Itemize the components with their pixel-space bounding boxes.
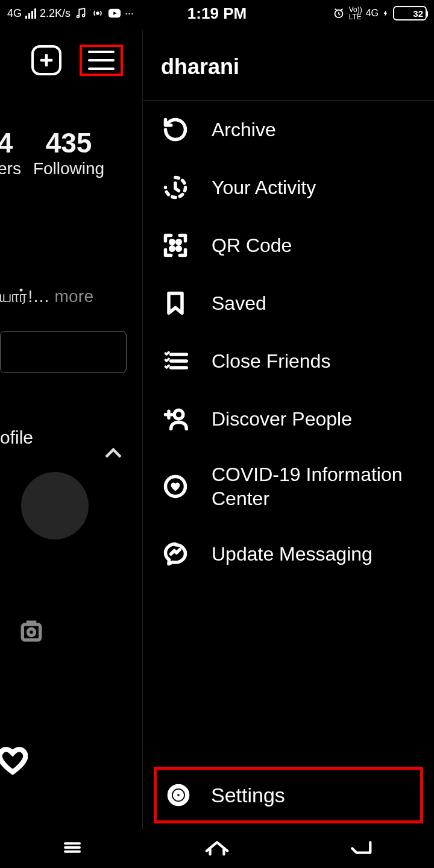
archive-icon xyxy=(161,115,190,144)
svg-point-9 xyxy=(171,247,174,251)
svg-point-10 xyxy=(177,247,181,251)
menu-item-label: Settings xyxy=(211,784,285,807)
menu-item-archive[interactable]: Archive xyxy=(143,101,434,159)
volte-label: Vo))LTE xyxy=(349,6,362,20)
menu-item-activity[interactable]: Your Activity xyxy=(143,159,434,216)
discover-people-icon xyxy=(161,404,190,433)
network-right: 4G xyxy=(366,8,379,18)
network-type: 4G xyxy=(7,8,22,19)
chevron-up-icon[interactable] xyxy=(102,446,124,463)
discover-row-label-fragment: ofile xyxy=(0,427,142,448)
youtube-icon xyxy=(108,7,121,20)
gear-icon xyxy=(164,781,193,810)
svg-point-2 xyxy=(96,12,99,14)
menu-item-label: Saved xyxy=(212,291,266,315)
menu-item-label: Update Messaging xyxy=(212,542,373,566)
menu-item-update-messaging[interactable]: Update Messaging xyxy=(143,525,434,583)
bio-more-link[interactable]: more xyxy=(50,287,94,306)
menu-item-label: Discover People xyxy=(212,407,352,431)
recents-button[interactable] xyxy=(60,838,84,860)
saved-icon xyxy=(161,289,190,318)
menu-item-discover-people[interactable]: Discover People xyxy=(143,390,434,448)
menu-item-covid-info[interactable]: COVID-19 Information Center xyxy=(143,448,434,525)
home-button[interactable] xyxy=(205,838,229,860)
menu-item-label: Close Friends xyxy=(212,349,330,373)
menu-item-label: Your Activity xyxy=(212,175,316,200)
svg-point-0 xyxy=(77,16,80,18)
activity-heart-button[interactable] xyxy=(0,737,28,785)
menu-item-label: COVID-19 Information Center xyxy=(212,462,416,511)
signal-bars-icon xyxy=(25,8,36,19)
qr-icon xyxy=(161,231,190,260)
followers-count[interactable]: 4 xyxy=(0,127,21,159)
menu-item-settings[interactable]: Settings xyxy=(160,775,417,816)
menu-item-qr-code[interactable]: QR Code xyxy=(143,216,434,274)
svg-point-1 xyxy=(83,14,85,17)
svg-point-8 xyxy=(177,241,181,244)
settings-highlight: Settings xyxy=(154,767,423,823)
android-nav-bar xyxy=(0,829,434,868)
menu-item-close-friends[interactable]: Close Friends xyxy=(143,332,434,390)
heart-circle-icon xyxy=(161,472,190,501)
edit-profile-button[interactable] xyxy=(0,331,127,373)
data-speed: 2.2K/s xyxy=(40,8,71,19)
side-drawer: dharani Archive Your Activity QR Code S xyxy=(142,30,434,829)
create-post-button[interactable] xyxy=(31,45,61,75)
svg-rect-5 xyxy=(22,624,40,640)
drawer-username: dharani xyxy=(143,30,434,100)
svg-point-6 xyxy=(28,629,35,635)
hotspot-icon xyxy=(91,7,104,20)
svg-point-11 xyxy=(174,410,183,419)
menu-item-label: QR Code xyxy=(212,233,292,257)
svg-point-7 xyxy=(171,241,174,244)
battery-indicator: 32 xyxy=(393,6,427,20)
suggested-profile-avatar[interactable] xyxy=(21,472,89,539)
hamburger-menu-button[interactable] xyxy=(80,45,123,76)
menu-item-saved[interactable]: Saved xyxy=(143,274,434,332)
following-count[interactable]: 435 xyxy=(33,127,104,159)
svg-point-14 xyxy=(175,792,182,799)
more-dots-icon: ··· xyxy=(125,8,134,19)
menu-item-label: Archive xyxy=(212,118,276,142)
messenger-icon xyxy=(161,539,190,568)
close-friends-icon xyxy=(161,347,190,376)
music-icon xyxy=(74,7,87,20)
profile-screen-backdrop: 4 vers 435 Following யார்!… more ofile xyxy=(0,30,142,826)
followers-label: vers xyxy=(0,159,21,178)
charging-icon xyxy=(382,7,389,20)
following-label: Following xyxy=(33,159,104,178)
bio-text: யார்!… more xyxy=(0,287,142,307)
activity-icon xyxy=(161,173,190,202)
back-button[interactable] xyxy=(350,838,374,860)
tagged-tab-icon[interactable] xyxy=(18,618,142,647)
status-time: 1:19 PM xyxy=(187,4,247,23)
alarm-icon xyxy=(332,7,345,20)
status-bar: 4G 2.2K/s ··· 1:19 PM Vo))LTE 4G 32 xyxy=(0,0,434,27)
